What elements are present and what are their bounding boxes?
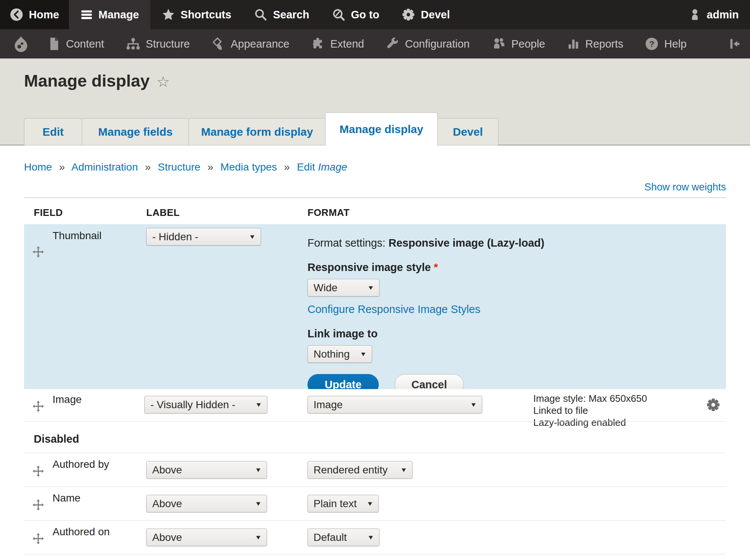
tray-item-label: Content <box>66 38 104 50</box>
breadcrumb-link-media-types[interactable]: Media types <box>220 161 277 173</box>
responsive-image-style-label: Responsive image style* <box>308 261 726 274</box>
breadcrumb: Home » Administration » Structure » Medi… <box>24 145 726 173</box>
svg-text:?: ? <box>649 39 654 49</box>
collapse-left-icon <box>728 37 741 50</box>
chevron-down-icon: ▼ <box>367 534 374 541</box>
main-content: Home » Administration » Structure » Medi… <box>0 145 750 554</box>
tray-item-label: Reports <box>585 38 624 50</box>
tray-item-help[interactable]: ? Help <box>634 29 698 58</box>
drag-handle-icon[interactable] <box>32 499 44 512</box>
tab-label: Edit <box>42 126 64 138</box>
drag-handle-icon[interactable] <box>32 246 44 259</box>
table-row-authored-by: Authored by Above ▼ Rendered entity ▼ <box>24 453 726 487</box>
tray-item-label: People <box>511 38 545 50</box>
tray-item-configuration[interactable]: Configuration <box>375 29 481 58</box>
tray-item-drupal-home[interactable] <box>0 29 37 58</box>
bar-chart-icon <box>567 37 580 50</box>
authored-on-label-select[interactable]: Above ▼ <box>146 529 267 546</box>
tray-item-label: Structure <box>146 38 190 50</box>
disabled-section-heading-row: Disabled <box>24 421 726 453</box>
tray-item-label: Help <box>664 38 687 50</box>
image-label-select[interactable]: - Visually Hidden - ▼ <box>144 396 267 413</box>
search-icon <box>254 8 267 21</box>
tray-item-people[interactable]: People <box>480 29 556 58</box>
toolbar-item-devel[interactable]: Devel <box>390 0 461 29</box>
tab-manage-display[interactable]: Manage display <box>325 112 438 145</box>
select-value: Above <box>152 464 182 476</box>
breadcrumb-link-edit-image[interactable]: EditImage <box>297 161 347 173</box>
tab-manage-form-display[interactable]: Manage form display <box>189 118 325 145</box>
field-name: Authored on <box>52 526 110 538</box>
tab-label: Manage display <box>339 123 423 136</box>
sitemap-icon <box>126 37 140 51</box>
toolbar-item-label: Manage <box>99 9 139 21</box>
link-image-to-select[interactable]: Nothing ▼ <box>308 345 372 363</box>
chevron-down-icon: ▼ <box>255 534 262 541</box>
drag-handle-icon[interactable] <box>32 465 44 479</box>
toolbar-item-label: Shortcuts <box>181 9 231 21</box>
admin-tray: Content Structure Appearance Extend Conf… <box>0 29 750 58</box>
table-header-row: FIELD LABEL FORMAT <box>24 198 726 224</box>
tab-label: Manage form display <box>201 126 313 138</box>
chevron-down-icon: ▼ <box>255 500 262 507</box>
breadcrumb-link-structure[interactable]: Structure <box>158 161 201 173</box>
toolbar-spacer <box>461 0 677 29</box>
toolbar-item-home[interactable]: Home <box>0 0 69 29</box>
tray-item-reports[interactable]: Reports <box>556 29 634 58</box>
name-label-select[interactable]: Above ▼ <box>146 495 267 512</box>
breadcrumb-link-administration[interactable]: Administration <box>71 161 138 173</box>
tray-item-appearance[interactable]: Appearance <box>201 29 300 58</box>
toolbar-item-goto[interactable]: Go to <box>321 0 391 29</box>
favorite-star-icon[interactable]: ☆ <box>156 73 170 90</box>
toolbar-item-manage[interactable]: Manage <box>69 0 150 29</box>
drag-handle-icon[interactable] <box>32 533 44 546</box>
select-value: Rendered entity <box>314 464 388 476</box>
summary-line: Image style: Max 650x650 <box>533 392 647 404</box>
tray-item-content[interactable]: Content <box>37 29 115 58</box>
format-settings-gear-icon[interactable] <box>706 397 721 414</box>
admin-toolbar: Home Manage Shortcuts Search Go to Devel <box>0 0 750 29</box>
configure-responsive-image-styles-link[interactable]: Configure Responsive Image Styles <box>308 303 726 316</box>
tab-manage-fields[interactable]: Manage fields <box>82 118 189 145</box>
toolbar-user-menu[interactable]: admin <box>677 0 750 29</box>
toolbar-item-label: Devel <box>421 9 450 21</box>
toolbar-item-label: Home <box>29 9 59 21</box>
wrench-icon <box>386 37 399 51</box>
authored-on-format-select[interactable]: Default ▼ <box>308 529 380 546</box>
toolbar-item-label: Go to <box>351 9 380 21</box>
drag-handle-icon[interactable] <box>32 400 44 414</box>
disabled-heading: Disabled <box>34 433 79 445</box>
tray-item-structure[interactable]: Structure <box>115 29 201 58</box>
authored-by-label-select[interactable]: Above ▼ <box>146 461 267 479</box>
select-value: - Hidden - <box>152 231 198 243</box>
toolbar-user-label: admin <box>707 9 739 21</box>
show-row-weights-link[interactable]: Show row weights <box>644 181 726 193</box>
breadcrumb-link-home[interactable]: Home <box>24 161 52 173</box>
name-format-select[interactable]: Plain text ▼ <box>308 495 379 512</box>
tray-item-extend[interactable]: Extend <box>300 29 375 58</box>
toolbar-item-shortcuts[interactable]: Shortcuts <box>150 0 243 29</box>
tab-edit[interactable]: Edit <box>24 118 82 145</box>
tab-devel[interactable]: Devel <box>438 118 498 145</box>
page-title: Manage display ☆ <box>24 58 726 91</box>
image-format-select[interactable]: Image ▼ <box>308 396 482 413</box>
toolbar-item-search[interactable]: Search <box>243 0 321 29</box>
select-value: Wide <box>314 282 338 294</box>
manage-display-table: FIELD LABEL FORMAT Thumbnail - Hidden - … <box>24 198 726 554</box>
chevron-down-icon: ▼ <box>470 401 477 408</box>
gear-icon <box>402 8 415 21</box>
goto-search-icon <box>332 8 345 21</box>
responsive-image-style-select[interactable]: Wide ▼ <box>308 279 380 296</box>
table-row-image: Image - Visually Hidden - ▼ Image ▼ Imag… <box>24 389 726 421</box>
breadcrumb-separator: » <box>145 161 151 173</box>
authored-by-format-select[interactable]: Rendered entity ▼ <box>308 461 412 479</box>
select-value: Above <box>152 498 182 510</box>
tab-label: Manage fields <box>98 126 172 138</box>
field-name: Thumbnail <box>52 230 102 242</box>
chevron-down-icon: ▼ <box>249 233 256 240</box>
tray-collapse-button[interactable] <box>719 29 750 58</box>
puzzle-icon <box>311 37 325 51</box>
table-bottom-border <box>24 554 726 554</box>
thumbnail-label-select[interactable]: - Hidden - ▼ <box>146 228 261 246</box>
chevron-down-icon: ▼ <box>366 500 374 507</box>
